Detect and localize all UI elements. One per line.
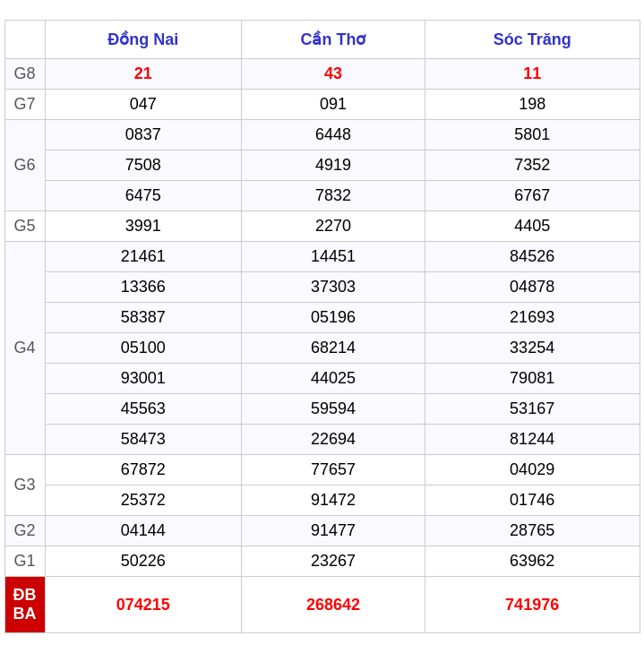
g6-col3-3: 6767: [425, 181, 640, 211]
g4-col3-5: 79081: [425, 364, 640, 394]
g8-col3: 11: [425, 59, 640, 90]
g1-col2: 23267: [242, 546, 425, 577]
g4-col1-1: 21461: [45, 242, 242, 272]
g6-col1-3: 6475: [45, 181, 242, 211]
g4-row-7: 58473 22694 81244: [4, 425, 640, 455]
g4-col3-3: 21693: [425, 303, 640, 333]
g3-col1-1: 67872: [45, 455, 242, 485]
g3-row-1: G3 67872 77657 04029: [4, 455, 640, 485]
g4-col1-3: 58387: [45, 303, 242, 333]
g4-label: G4: [4, 242, 45, 455]
header-col3: Sóc Trăng: [425, 21, 640, 59]
g2-col3: 28765: [425, 516, 640, 546]
g7-col3: 198: [425, 90, 640, 120]
g6-col2-2: 4919: [242, 150, 425, 181]
g3-col2-2: 91472: [242, 485, 425, 516]
special-col1: 074215: [45, 577, 242, 633]
g4-col3-7: 81244: [425, 425, 640, 455]
g4-col1-2: 13366: [45, 272, 242, 303]
g4-col2-7: 22694: [242, 425, 425, 455]
g6-col3-1: 5801: [425, 120, 640, 150]
g6-row-2: 7508 4919 7352: [4, 150, 640, 181]
g2-col2: 91477: [242, 516, 425, 546]
g7-col2: 091: [242, 90, 425, 120]
g6-col1-1: 0837: [45, 120, 242, 150]
g5-col1: 3991: [45, 211, 242, 242]
g4-row-3: 58387 05196 21693: [4, 303, 640, 333]
g7-label: G7: [4, 90, 45, 120]
g4-col1-5: 93001: [45, 364, 242, 394]
g4-col3-6: 53167: [425, 394, 640, 425]
special-label: ĐBBA: [4, 577, 45, 633]
header-col2: Cần Thơ: [242, 21, 425, 59]
g1-col3: 63962: [425, 546, 640, 577]
g4-col2-6: 59594: [242, 394, 425, 425]
g6-col2-1: 6448: [242, 120, 425, 150]
g4-col1-4: 05100: [45, 333, 242, 364]
g3-col1-2: 25372: [45, 485, 242, 516]
header-col1: Đồng Nai: [45, 21, 242, 59]
g1-col1: 50226: [45, 546, 242, 577]
g1-label: G1: [4, 546, 45, 577]
g3-label: G3: [4, 455, 45, 516]
g4-col2-5: 44025: [242, 364, 425, 394]
g6-col2-3: 7832: [242, 181, 425, 211]
g6-row-1: G6 0837 6448 5801: [4, 120, 640, 150]
lottery-table: Đồng Nai Cần Thơ Sóc Trăng G8 21 43 11 G…: [4, 20, 640, 633]
g4-col2-3: 05196: [242, 303, 425, 333]
g4-col1-7: 58473: [45, 425, 242, 455]
g4-row-5: 93001 44025 79081: [4, 364, 640, 394]
g2-label: G2: [4, 516, 45, 546]
g8-col2: 43: [242, 59, 425, 90]
g4-col3-1: 84526: [425, 242, 640, 272]
g8-label: G8: [4, 59, 45, 90]
g5-col3: 4405: [425, 211, 640, 242]
g3-row-2: 25372 91472 01746: [4, 485, 640, 516]
g3-col2-1: 77657: [242, 455, 425, 485]
g4-row-4: 05100 68214 33254: [4, 333, 640, 364]
g4-col3-2: 04878: [425, 272, 640, 303]
g4-col2-4: 68214: [242, 333, 425, 364]
g4-col3-4: 33254: [425, 333, 640, 364]
g6-row-3: 6475 7832 6767: [4, 181, 640, 211]
g4-row-6: 45563 59594 53167: [4, 394, 640, 425]
g6-col3-2: 7352: [425, 150, 640, 181]
g6-col1-2: 7508: [45, 150, 242, 181]
g4-col1-6: 45563: [45, 394, 242, 425]
empty-header: [4, 21, 45, 59]
special-col3: 741976: [425, 577, 640, 633]
g5-label: G5: [4, 211, 45, 242]
g4-row-2: 13366 37303 04878: [4, 272, 640, 303]
g2-col1: 04144: [45, 516, 242, 546]
g4-row-1: G4 21461 14451 84526: [4, 242, 640, 272]
g4-col2-1: 14451: [242, 242, 425, 272]
g6-label: G6: [4, 120, 45, 211]
g3-col3-2: 01746: [425, 485, 640, 516]
g4-col2-2: 37303: [242, 272, 425, 303]
g5-col2: 2270: [242, 211, 425, 242]
special-col2: 268642: [242, 577, 425, 633]
g8-col1: 21: [45, 59, 242, 90]
g3-col3-1: 04029: [425, 455, 640, 485]
g7-col1: 047: [45, 90, 242, 120]
